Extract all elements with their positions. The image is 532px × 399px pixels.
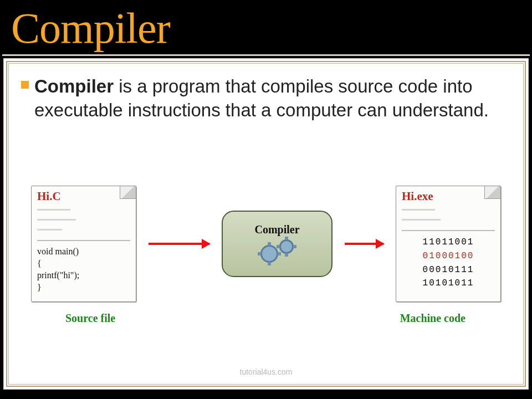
caption-row: Source file Machine code (59, 312, 473, 325)
diagram: Hi.C void main() { printf("hi"); } Compi… (9, 169, 523, 362)
source-file-box: Hi.C void main() { printf("hi"); } (31, 186, 136, 302)
content-outer-frame: Compiler is a program that compiles sour… (3, 58, 529, 390)
bullet-text: Compiler is a program that compiles sour… (34, 75, 511, 122)
bullet-icon (21, 81, 29, 89)
content-area: Compiler is a program that compiles sour… (8, 63, 524, 385)
output-file-box: Hi.exe 11011001010001000001011110101011 (396, 186, 501, 302)
source-caption: Source file (65, 312, 115, 325)
diagram-row: Hi.C void main() { printf("hi"); } Compi… (9, 186, 523, 302)
doc-divider (37, 240, 130, 241)
content-frame: Compiler is a program that compiles sour… (6, 61, 526, 387)
bullet-item: Compiler is a program that compiles sour… (21, 75, 511, 122)
gears-icon (260, 239, 294, 265)
doc-decoration-lines (402, 204, 495, 224)
slide: Compiler Compiler is a program that comp… (0, 0, 532, 399)
doc-decoration-lines (37, 204, 130, 234)
machine-code: 11011001010001000001011110101011 (402, 236, 495, 290)
output-file-title: Hi.exe (402, 190, 495, 203)
title-divider (2, 54, 530, 56)
arrow-icon (345, 243, 383, 245)
slide-title: Compiler (0, 0, 532, 50)
compiler-box: Compiler (222, 211, 332, 277)
doc-divider (402, 230, 495, 231)
compiler-label: Compiler (254, 223, 299, 236)
source-code: void main() { printf("hi"); } (37, 245, 130, 293)
arrow-icon (149, 243, 209, 245)
bullet-lead: Compiler (34, 76, 114, 96)
output-caption: Machine code (400, 312, 466, 325)
watermark: tutorial4us.com (240, 367, 293, 376)
source-file-title: Hi.C (37, 190, 130, 203)
